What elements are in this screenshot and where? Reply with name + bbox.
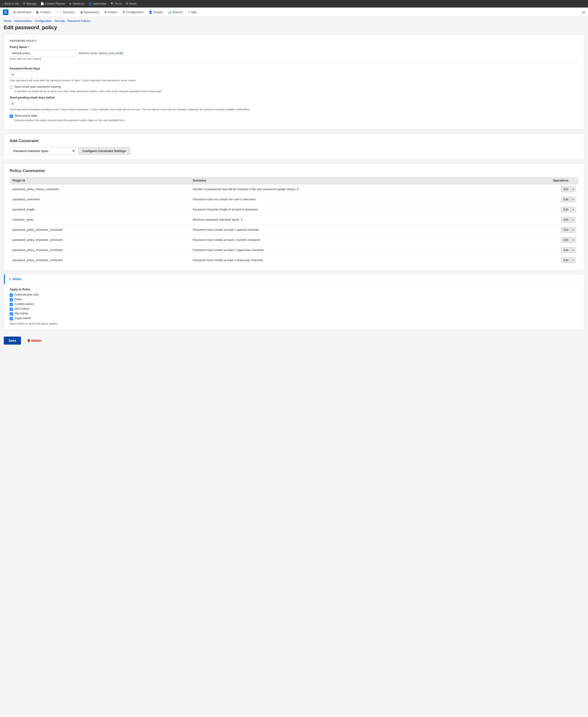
reset-days-group: Password Reset Days User password will r… [10,67,578,82]
edit-button-7[interactable]: Edit [561,258,571,263]
edit-btn-group: Edit ▾ [561,186,575,192]
save-button[interactable]: Save [4,336,21,345]
table-row: password_policy_character_constraint Pas… [10,255,578,265]
show-table-checkbox[interactable] [10,115,13,118]
content-planner-link[interactable]: 📄 Content Planner [41,2,65,5]
home-icon: ⌂ [2,2,3,5]
show-table-hint: Indicate whether this policy should show… [10,119,578,122]
nav-structure[interactable]: ⋮⋮ Structure [53,9,77,15]
role-checkbox-0[interactable] [10,293,13,297]
constraints-table: Plugin Id Summary Operations password_po… [10,177,578,265]
breadcrumb-home[interactable]: Home [4,19,11,23]
plugin-id-cell: password_policy_character_constraint [10,255,190,265]
edit-button-1[interactable]: Edit [561,197,571,202]
nav-configuration[interactable]: ⚙ Configuration [120,9,146,15]
shortcuts-link[interactable]: ★ Shortcuts [69,2,85,5]
ops-cell: Edit ▾ [550,184,578,194]
ops-cell: Edit ▾ [550,235,578,245]
breadcrumb-password-policies[interactable]: Password Policies [68,19,90,23]
policy-name-hint: Enter label for this context. [10,57,578,60]
constraint-add-row: Password character types Password histor… [10,147,578,155]
edit-button-2[interactable]: Edit [561,207,571,212]
send-email-checkbox[interactable] [10,86,13,89]
section-title: PASSWORD POLICY [10,39,578,42]
edit-button-3[interactable]: Edit [561,217,571,222]
edit-button-4[interactable]: Edit [561,227,571,232]
ops-cell: Edit ▾ [550,215,578,225]
plugin-id-cell: password_policy_character_constraint [10,225,190,235]
summary-cell: Password character length of at least 8 … [190,205,550,215]
role-checkbox-4[interactable] [10,312,13,315]
policy-constraints-heading: Policy Constraints [10,168,578,173]
edit-btn-group: Edit ▾ [561,207,575,212]
nav-content[interactable]: ◧ Content [34,9,53,15]
roles-header[interactable]: ∧ Roles [4,274,584,284]
edit-dropdown-2[interactable]: ▾ [571,207,575,212]
reset-days-hint: User password will reset after the selec… [10,79,578,82]
summary-cell: Minimum password character types: 4 [190,215,550,225]
roles-section: ∧ Roles Apply to Roles Authenticated use… [4,274,584,330]
edit-dropdown-3[interactable]: ▾ [571,217,575,222]
policy-name-input[interactable] [10,50,76,57]
show-table-checkbox-row: Show policy table [10,114,578,118]
edit-button-6[interactable]: Edit [561,247,571,253]
add-constraint-heading: Add Constraint [10,139,578,143]
role-label-3: SEO Admin [14,307,30,310]
role-checkbox-row: Authenticated user [10,293,578,297]
main-content: PASSWORD POLICY Policy Name * Machine na… [0,35,588,352]
delete-button[interactable]: 🗑 Delete [24,336,44,345]
role-checkbox-3[interactable] [10,308,13,311]
constraints-table-header: Plugin Id Summary Operations [10,177,578,184]
breadcrumb-config[interactable]: Configuration [35,19,51,23]
pending-days-input[interactable] [10,100,38,107]
role-checkbox-2[interactable] [10,303,13,306]
machine-name-edit-link[interactable]: Edit [117,52,122,55]
pending-days-hint: Send password expiration pending email X… [10,108,578,111]
summary-cell: Password must contain at least 1 upperca… [190,245,550,255]
devel-link[interactable]: ⚙ Devel [126,2,136,5]
plugin-id-cell: password_policy_character_constraint [10,235,190,245]
goto-link[interactable]: 🔍 Go to [110,2,122,5]
edit-dropdown-5[interactable]: ▾ [571,237,575,243]
send-email-label: Send email upon password expiring [14,85,61,88]
reset-days-input[interactable] [10,71,38,78]
structure-icon: ⋮⋮ [56,11,62,14]
secondary-nav: D ⊞ Dashboard ◧ Content ⋮⋮ Structure ◑ A… [0,7,588,17]
back-to-site-link[interactable]: ⌂ Back to site [2,2,19,5]
people-icon: 👤 [149,11,152,14]
nav-reports[interactable]: 📊 Reports [165,9,185,15]
ops-cell: Edit ▾ [550,225,578,235]
configure-constraint-button[interactable]: Configure Constraint Settings [79,147,130,155]
table-row: password_username Password must not cont… [10,194,578,205]
table-row: password_policy_history_constraint Numbe… [10,184,578,194]
help-icon: ? [188,11,190,14]
extend-icon: ⊕ [104,11,107,14]
webmaster-link[interactable]: 👤 webmaster [88,2,107,5]
breadcrumb-admin[interactable]: Administration [14,19,32,23]
constraint-type-select[interactable]: Password character types Password histor… [10,147,76,155]
policy-name-label: Policy Name [10,45,27,49]
manage-menu[interactable]: ☰ Manage [23,2,37,5]
nav-people[interactable]: 👤 People [146,9,165,15]
plugin-id-cell: password_length [10,205,190,215]
edit-dropdown-6[interactable]: ▾ [571,247,575,253]
expand-icon[interactable]: ⇔ [582,10,585,15]
edit-dropdown-7[interactable]: ▾ [571,258,575,263]
edit-dropdown-4[interactable]: ▾ [571,227,575,232]
edit-dropdown-1[interactable]: ▾ [571,197,575,202]
edit-button-0[interactable]: Edit [561,187,571,192]
appearance-icon: ◑ [80,11,82,14]
edit-dropdown-0[interactable]: ▾ [571,187,575,192]
summary-cell: Password must contain at least 1 numeric… [190,235,550,245]
policy-constraints-section: Policy Constraints Plugin Id Summary Ope… [4,164,584,270]
nav-extend[interactable]: ⊕ Extend [102,9,120,15]
nav-dashboard[interactable]: ⊞ Dashboard [11,9,34,15]
nav-appearance[interactable]: ◑ Appearance [78,9,102,15]
role-checkbox-5[interactable] [10,317,13,320]
ops-cell: Edit ▾ [550,245,578,255]
edit-button-5[interactable]: Edit [561,237,571,243]
breadcrumb-security[interactable]: Security [55,19,65,23]
roles-collapse-icon: ∧ [9,278,11,281]
nav-help[interactable]: ? Help [186,9,199,15]
role-checkbox-1[interactable] [10,298,13,302]
